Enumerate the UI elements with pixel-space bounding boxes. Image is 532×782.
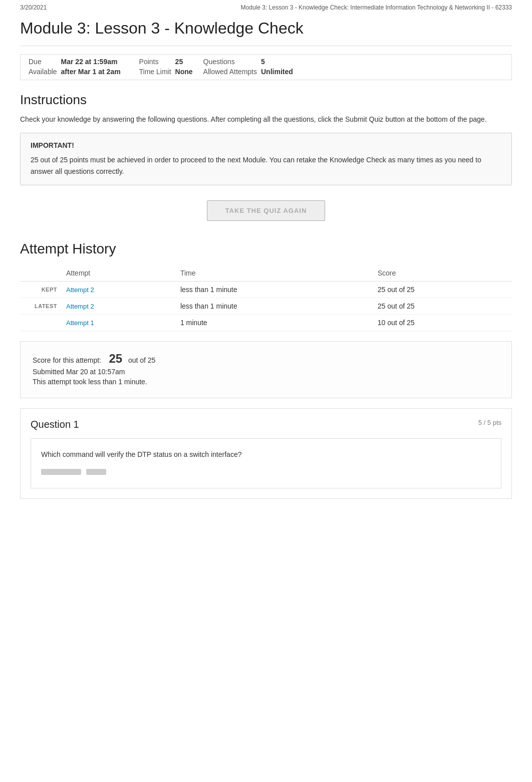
question-1-text: Which command will verify the DTP status… <box>41 449 491 460</box>
time-limit-value: None <box>173 67 203 80</box>
col-badge <box>20 265 60 282</box>
answer-area <box>41 468 491 476</box>
meta-row-2: Available after Mar 1 at 2am Time Limit … <box>21 67 512 80</box>
allowed-attempts-label: Allowed Attempts <box>203 67 259 80</box>
badge-empty <box>20 315 60 331</box>
questions-label: Questions <box>203 55 259 67</box>
table-row: Attempt 1 1 minute 10 out of 25 <box>20 315 512 331</box>
points-value: 25 <box>173 55 203 67</box>
badge-latest: LATEST <box>20 298 60 315</box>
main-content: Module 3: Lesson 3 - Knowledge Check Due… <box>0 13 532 499</box>
due-value: Mar 22 at 1:59am <box>59 55 139 67</box>
attempt-2-link-kept[interactable]: Attempt 2 <box>66 286 94 294</box>
due-label: Due <box>21 55 59 67</box>
question-1-header: Question 1 5 / 5 pts <box>31 419 501 430</box>
badge-kept: KEPT <box>20 282 60 298</box>
score-summary: Score for this attempt: 25 out of 25 Sub… <box>20 341 512 398</box>
attempt-2-link-latest[interactable]: Attempt 2 <box>66 303 94 310</box>
available-value: after Mar 1 at 2am <box>59 67 139 80</box>
take-quiz-again-button[interactable]: TAKE THE QUIZ AGAIN <box>207 200 326 221</box>
attempt-table-header: Attempt Time Score <box>20 265 512 282</box>
attempt-link-latest[interactable]: Attempt 2 <box>60 298 174 315</box>
attempt-1-link[interactable]: Attempt 1 <box>66 319 94 327</box>
important-title: IMPORTANT! <box>31 141 501 149</box>
time-limit-label: Time Limit <box>139 67 173 80</box>
meta-info-table: Due Mar 22 at 1:59am Points 25 Questions… <box>20 54 512 80</box>
instructions-title: Instructions <box>20 92 512 108</box>
points-label: Points <box>139 55 173 67</box>
quiz-btn-container: TAKE THE QUIZ AGAIN <box>20 200 512 221</box>
col-attempt: Attempt <box>60 265 174 282</box>
available-label: Available <box>21 67 59 80</box>
question-1-pts: 5 / 5 pts <box>478 419 501 426</box>
attempt-history-title: Attempt History <box>20 241 512 257</box>
blurred-answer-2 <box>86 469 106 475</box>
table-row: KEPT Attempt 2 less than 1 minute 25 out… <box>20 282 512 298</box>
important-text: 25 out of 25 points must be achieved in … <box>31 154 501 177</box>
time-1: 1 minute <box>174 315 372 331</box>
time-latest: less than 1 minute <box>174 298 372 315</box>
page-title: Module 3: Lesson 3 - Knowledge Check <box>20 13 512 46</box>
important-box: IMPORTANT! 25 out of 25 points must be a… <box>20 133 512 185</box>
table-row: LATEST Attempt 2 less than 1 minute 25 o… <box>20 298 512 315</box>
score-out-of: out of 25 <box>128 356 156 364</box>
instructions-text: Check your knowledge by answering the fo… <box>20 114 512 125</box>
allowed-attempts-value: Unlimited <box>259 67 512 80</box>
time-kept: less than 1 minute <box>174 282 372 298</box>
score-for-attempt-label: Score for this attempt: <box>33 356 101 364</box>
col-score: Score <box>372 265 512 282</box>
col-time: Time <box>174 265 372 282</box>
score-1: 10 out of 25 <box>372 315 512 331</box>
questions-value: 5 <box>259 55 512 67</box>
question-1-inner: Which command will verify the DTP status… <box>31 438 501 488</box>
date-label: 3/20/2021 <box>20 4 47 11</box>
score-kept: 25 out of 25 <box>372 282 512 298</box>
duration-line: This attempt took less than 1 minute. <box>33 378 499 386</box>
attempt-history-table: Attempt Time Score KEPT Attempt 2 less t… <box>20 265 512 331</box>
attempt-link-1[interactable]: Attempt 1 <box>60 315 174 331</box>
attempt-link-kept[interactable]: Attempt 2 <box>60 282 174 298</box>
submitted-line: Submitted Mar 20 at 10:57am <box>33 368 499 376</box>
question-1-outer: Question 1 5 / 5 pts Which command will … <box>20 408 512 499</box>
meta-row-1: Due Mar 22 at 1:59am Points 25 Questions… <box>21 55 512 67</box>
breadcrumb: Module 3: Lesson 3 - Knowledge Check: In… <box>241 4 512 11</box>
top-bar: 3/20/2021 Module 3: Lesson 3 - Knowledge… <box>0 0 532 13</box>
score-line-main: Score for this attempt: 25 out of 25 <box>33 352 499 366</box>
score-number: 25 <box>109 352 123 365</box>
score-latest: 25 out of 25 <box>372 298 512 315</box>
question-1-title: Question 1 <box>31 419 79 430</box>
blurred-answer-1 <box>41 469 81 475</box>
